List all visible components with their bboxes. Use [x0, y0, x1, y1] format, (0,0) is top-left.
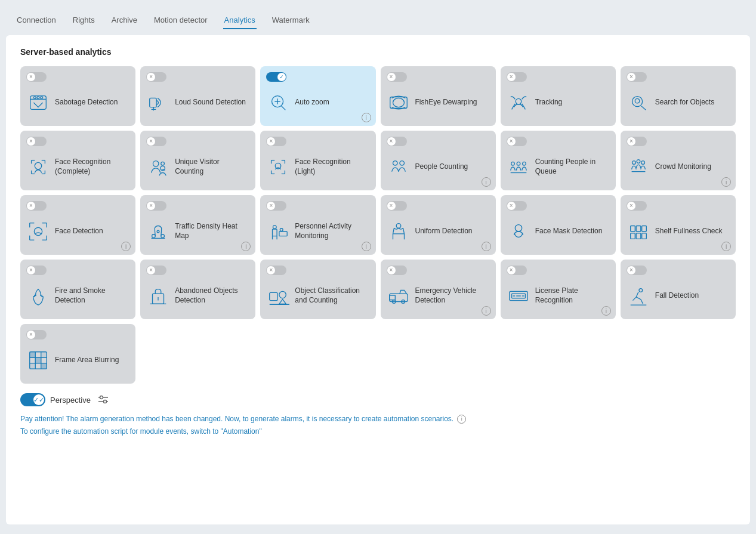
card-icon-blur [26, 348, 50, 372]
analytics-card-20: Object Classification and Counting [260, 260, 375, 319]
card-toggle-16[interactable] [507, 201, 527, 211]
analytics-card-11: Crowd Monitoringi [621, 131, 736, 190]
card-label-10: Counting People in Queue [535, 158, 610, 176]
card-label-15: Uniform Detection [415, 227, 473, 236]
app-container: ConnectionRightsArchiveMotion detectorAn… [0, 0, 756, 534]
card-toggle-22[interactable] [507, 266, 527, 275]
card-toggle-2[interactable] [266, 72, 286, 82]
analytics-card-9: People Countingi [381, 131, 496, 190]
analytics-card-24: Frame Area Blurring [20, 324, 135, 384]
settings-icon[interactable] [97, 393, 110, 406]
svg-rect-37 [273, 229, 277, 236]
svg-rect-54 [270, 292, 277, 300]
svg-rect-74 [35, 357, 41, 363]
svg-rect-5 [150, 98, 156, 107]
svg-point-2 [33, 97, 36, 99]
svg-rect-48 [631, 233, 635, 239]
card-toggle-18[interactable] [26, 266, 47, 275]
analytics-card-17: Shelf Fullness Checki [621, 195, 736, 255]
card-toggle-4[interactable] [507, 72, 527, 82]
card-toggle-20[interactable] [266, 266, 286, 275]
card-toggle-5[interactable] [627, 72, 647, 82]
card-label-2: Auto zoom [295, 98, 329, 107]
card-label-5: Search for Objects [655, 98, 714, 107]
card-icon-queue [507, 155, 530, 179]
analytics-card-3: FishEye Dewarping [381, 66, 496, 126]
svg-rect-57 [389, 294, 407, 301]
svg-point-13 [393, 98, 404, 107]
svg-point-27 [522, 162, 526, 165]
card-toggle-11[interactable] [627, 137, 647, 146]
notice-row-1: Pay attention! The alarm generation meth… [20, 413, 736, 425]
perspective-label: Perspective [50, 396, 91, 405]
card-toggle-0[interactable] [26, 72, 47, 82]
svg-rect-39 [279, 231, 287, 236]
nav-item-motion-detector[interactable]: Motion detector [153, 12, 209, 29]
card-label-1: Loud Sound Detection [175, 98, 246, 107]
svg-rect-73 [30, 352, 36, 358]
card-toggle-19[interactable] [146, 266, 166, 275]
card-icon-object-class [266, 284, 290, 308]
notice-info-icon[interactable]: i [457, 415, 466, 424]
card-icon-fisheye [387, 91, 411, 115]
analytics-card-14: Personnel Activity Monitoringi [260, 195, 375, 255]
card-toggle-21[interactable] [387, 266, 407, 275]
svg-point-19 [153, 161, 159, 167]
card-label-7: Unique Visitor Counting [175, 158, 249, 176]
card-info-icon-2[interactable]: i [362, 113, 371, 122]
card-icon-abandoned [146, 284, 170, 308]
card-label-8: Face Recognition (Light) [295, 158, 369, 176]
svg-point-40 [280, 229, 283, 231]
svg-point-25 [511, 162, 514, 165]
card-info-icon-9[interactable]: i [482, 177, 491, 187]
svg-point-80 [100, 396, 103, 399]
card-label-0: Sabotage Detection [55, 98, 118, 107]
svg-rect-49 [636, 233, 641, 239]
card-toggle-12[interactable] [26, 201, 47, 211]
card-info-icon-11[interactable]: i [721, 177, 731, 187]
card-toggle-3[interactable] [387, 72, 407, 82]
svg-rect-75 [41, 363, 47, 369]
card-info-icon-21[interactable]: i [482, 306, 491, 316]
svg-point-23 [393, 161, 397, 166]
perspective-toggle-btn[interactable]: ✓ [20, 393, 45, 406]
nav-item-connection[interactable]: Connection [16, 12, 57, 29]
card-toggle-8[interactable] [266, 137, 286, 146]
card-info-icon-22[interactable]: i [601, 306, 611, 316]
notice-line1: Pay attention! The alarm generation meth… [20, 413, 453, 425]
card-toggle-9[interactable] [387, 137, 407, 146]
svg-point-33 [34, 227, 42, 235]
analytics-grid: Sabotage DetectionLoud Sound DetectionAu… [20, 66, 736, 319]
nav-item-archive[interactable]: Archive [110, 12, 138, 29]
card-toggle-24[interactable] [26, 330, 47, 339]
card-icon-license [507, 284, 530, 308]
svg-rect-46 [636, 226, 641, 232]
card-label-4: Tracking [535, 98, 563, 107]
analytics-card-16: Face Mask Detection [501, 195, 616, 255]
svg-line-9 [282, 106, 286, 110]
card-info-icon-14[interactable]: i [362, 242, 371, 251]
bottom-row: ✓ Perspective [20, 393, 736, 406]
analytics-card-18: Fire and Smoke Detection [20, 260, 135, 319]
card-label-11: Crowd Monitoring [655, 162, 711, 172]
analytics-card-0: Sabotage Detection [20, 66, 135, 126]
svg-point-3 [37, 97, 39, 99]
nav-item-rights[interactable]: Rights [72, 12, 96, 29]
card-icon-traffic [146, 220, 170, 243]
card-toggle-1[interactable] [146, 72, 166, 82]
card-info-icon-15[interactable]: i [482, 242, 491, 251]
card-toggle-14[interactable] [266, 201, 286, 211]
card-label-16: Face Mask Detection [535, 227, 603, 236]
card-toggle-17[interactable] [627, 201, 647, 211]
card-toggle-10[interactable] [507, 137, 527, 146]
nav-item-analytics[interactable]: Analytics [223, 12, 257, 29]
card-toggle-13[interactable] [146, 201, 166, 211]
card-toggle-23[interactable] [627, 266, 647, 275]
nav-item-watermark[interactable]: Watermark [271, 12, 311, 29]
card-info-icon-17[interactable]: i [721, 242, 731, 251]
svg-rect-47 [642, 226, 647, 232]
card-toggle-7[interactable] [146, 137, 166, 146]
card-toggle-6[interactable] [26, 137, 47, 146]
analytics-grid-last: Frame Area Blurring [20, 324, 736, 384]
card-toggle-15[interactable] [387, 201, 407, 211]
